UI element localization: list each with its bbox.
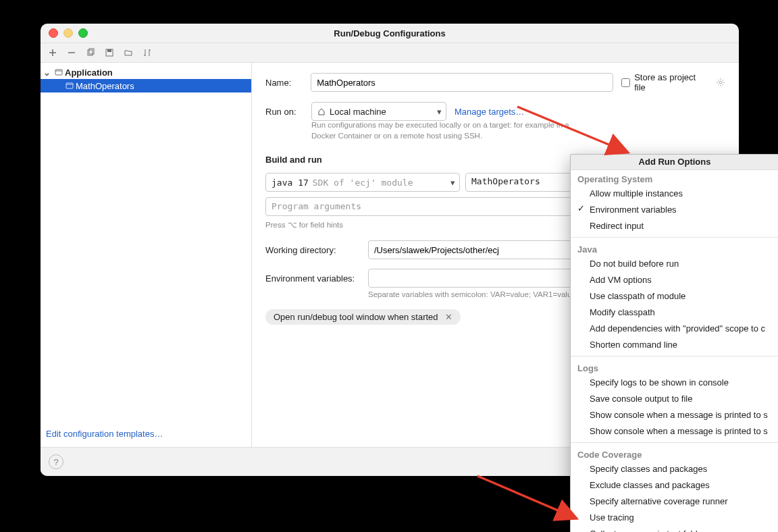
popup-group-label: Operating System	[571, 170, 778, 186]
remove-config-icon[interactable]	[66, 47, 77, 58]
add-run-options-popup: Add Run Options Operating SystemAllow mu…	[570, 154, 778, 532]
copy-config-icon[interactable]	[85, 47, 96, 58]
popup-item[interactable]: Allow multiple instances	[571, 186, 778, 202]
popup-item[interactable]: Redirect input	[571, 218, 778, 234]
tree-node-application[interactable]: ⌄ Application	[41, 65, 251, 79]
gear-icon[interactable]	[716, 78, 725, 87]
svg-rect-1	[89, 49, 94, 54]
svg-rect-5	[66, 83, 73, 88]
popup-item[interactable]: Shorten command line	[571, 337, 778, 353]
add-config-icon[interactable]	[47, 47, 58, 58]
application-icon	[53, 68, 65, 77]
name-label: Name:	[265, 78, 303, 88]
name-row: Name: Store as project file	[265, 72, 725, 92]
svg-point-6	[719, 81, 722, 84]
popup-item[interactable]: Add VM options	[571, 272, 778, 288]
sidebar-footer: Edit configuration templates…	[41, 423, 251, 447]
home-icon	[317, 107, 326, 115]
popup-item[interactable]: Exclude classes and packages	[571, 477, 778, 494]
store-as-project-file[interactable]: Store as project file	[621, 72, 725, 92]
popup-item[interactable]: Save console output to file	[571, 391, 778, 407]
svg-rect-0	[88, 50, 93, 55]
popup-item[interactable]: Use tracing	[571, 510, 778, 526]
config-sidebar: ⌄ Application MathOperators Edit configu…	[41, 63, 252, 447]
application-icon	[63, 81, 76, 90]
popup-item[interactable]: Do not build before run	[571, 256, 778, 272]
popup-item[interactable]: Specify logs to be shown in console	[571, 375, 778, 391]
runon-select[interactable]: Local machine ▾	[311, 102, 446, 121]
folder-config-icon[interactable]	[123, 47, 134, 58]
build-run-label: Build and run	[265, 155, 322, 165]
popup-item[interactable]: Specify alternative coverage runner	[571, 494, 778, 510]
manage-targets-link[interactable]: Manage targets…	[455, 107, 524, 117]
popup-item[interactable]: Modify classpath	[571, 304, 778, 321]
chevron-down-icon: ⌄	[43, 68, 53, 78]
popup-group-label: Java	[571, 240, 778, 256]
runon-value: Local machine	[330, 107, 386, 117]
config-tree[interactable]: ⌄ Application MathOperators	[41, 63, 251, 423]
svg-rect-4	[55, 70, 62, 75]
popup-item[interactable]: Add dependencies with "provided" scope t…	[571, 321, 778, 337]
popup-item[interactable]: Environment variables	[571, 202, 778, 218]
window-title: Run/Debug Configurations	[41, 28, 739, 38]
titlebar: Run/Debug Configurations	[41, 24, 739, 43]
popup-item[interactable]: Specify classes and packages	[571, 461, 778, 477]
popup-body: Operating SystemAllow multiple instances…	[571, 170, 778, 532]
jdk-version: java 17	[271, 178, 309, 188]
popup-item[interactable]: Show console when a message is printed t…	[571, 423, 778, 440]
popup-group-label: Code Coverage	[571, 446, 778, 461]
sort-config-icon[interactable]	[142, 47, 153, 58]
runon-label: Run on:	[265, 107, 303, 117]
save-config-icon[interactable]	[104, 47, 115, 58]
popup-item[interactable]: Use classpath of module	[571, 288, 778, 304]
runon-row: Run on: Local machine ▾ Manage targets…	[265, 102, 725, 121]
svg-line-8	[477, 476, 577, 518]
popup-title: Add Run Options	[571, 155, 778, 170]
runon-hint: Run configurations may be executed local…	[311, 119, 595, 141]
store-checkbox[interactable]	[621, 78, 630, 87]
popup-item[interactable]: Show console when a message is printed t…	[571, 407, 778, 423]
chevron-down-icon: ▾	[437, 107, 442, 117]
edit-templates-link[interactable]: Edit configuration templates…	[46, 429, 163, 439]
jdk-select[interactable]: java 17 SDK of 'ecj' module ▾	[265, 173, 460, 192]
popup-group-label: Logs	[571, 359, 778, 375]
workdir-label: Working directory:	[265, 245, 360, 255]
popup-item[interactable]: Collect coverage in test folders	[571, 526, 778, 532]
svg-rect-3	[107, 49, 111, 52]
tree-label: MathOperators	[76, 81, 134, 91]
store-label: Store as project file	[634, 72, 708, 92]
config-toolbar	[41, 43, 739, 63]
envvars-label: Environment variables:	[265, 273, 360, 284]
tree-label: Application	[65, 68, 113, 78]
chip-label: Open run/debug tool window when started	[274, 312, 438, 322]
help-icon[interactable]: ?	[49, 454, 63, 469]
option-chip: Open run/debug tool window when started …	[265, 309, 461, 325]
chevron-down-icon: ▾	[450, 178, 455, 188]
close-icon[interactable]: ✕	[445, 312, 452, 322]
jdk-hint: SDK of 'ecj' module	[313, 178, 413, 188]
name-input[interactable]	[311, 73, 613, 92]
tree-node-mathoperators[interactable]: MathOperators	[41, 79, 251, 92]
